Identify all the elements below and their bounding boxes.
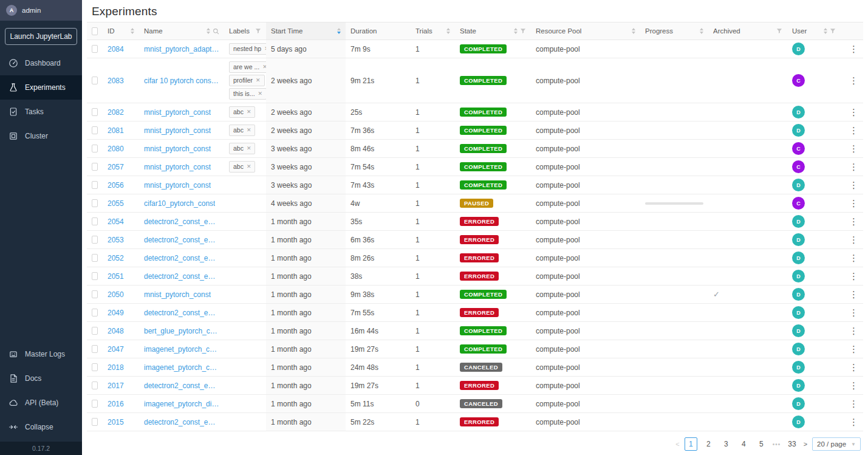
user-avatar[interactable]: D — [792, 106, 805, 118]
row-checkbox[interactable] — [92, 199, 98, 207]
launch-jupyterlab-button[interactable]: Launch JupyterLab — [5, 28, 77, 45]
page-size-select[interactable]: 20 / page▼ — [812, 437, 861, 451]
row-checkbox[interactable] — [92, 400, 98, 408]
sort-carets-icon[interactable] — [337, 28, 341, 34]
user-avatar[interactable]: D — [792, 416, 805, 428]
user-avatar[interactable]: D — [792, 397, 805, 410]
row-checkbox[interactable] — [92, 163, 98, 171]
filter-icon[interactable] — [830, 28, 836, 34]
column-header-archived[interactable]: Archived — [708, 22, 787, 39]
label-tag[interactable]: profiler✕ — [229, 75, 265, 86]
overflow-menu-icon[interactable]: ⋮ — [846, 162, 862, 173]
experiment-id-link[interactable]: 2015 — [108, 418, 124, 426]
overflow-menu-icon[interactable]: ⋮ — [846, 344, 862, 355]
row-checkbox[interactable] — [92, 108, 98, 116]
experiment-name-link[interactable]: mnist_pytorch_const — [144, 108, 211, 117]
overflow-menu-icon[interactable]: ⋮ — [846, 307, 862, 318]
label-tag[interactable]: are we ...✕ — [229, 61, 266, 73]
experiment-id-link[interactable]: 2049 — [108, 309, 124, 317]
select-all-checkbox[interactable] — [92, 27, 98, 35]
remove-label-icon[interactable]: ✕ — [256, 77, 261, 84]
experiment-name-link[interactable]: imagenet_pytorch_dist_cifar — [144, 400, 219, 408]
row-checkbox[interactable] — [92, 77, 98, 84]
sort-carets-icon[interactable] — [207, 28, 210, 34]
page-number-button[interactable]: 2 — [702, 437, 715, 451]
column-header-progress[interactable]: Progress — [640, 22, 708, 39]
user-avatar[interactable]: D — [792, 379, 805, 392]
row-checkbox[interactable] — [92, 254, 98, 262]
experiment-name-link[interactable]: imagenet_pytorch_const_cifar — [144, 363, 219, 372]
overflow-menu-icon[interactable]: ⋮ — [846, 417, 862, 428]
filter-icon[interactable] — [520, 28, 526, 34]
experiment-id-link[interactable]: 2047 — [108, 345, 124, 354]
overflow-menu-icon[interactable]: ⋮ — [846, 198, 862, 209]
overflow-menu-icon[interactable]: ⋮ — [846, 234, 862, 245]
overflow-menu-icon[interactable]: ⋮ — [846, 380, 862, 391]
sort-carets-icon[interactable] — [632, 28, 635, 34]
experiment-name-link[interactable]: imagenet_pytorch_const_cifar — [144, 345, 219, 354]
experiment-id-link[interactable]: 2052 — [108, 254, 124, 262]
user-avatar[interactable]: D — [792, 361, 805, 374]
experiment-name-link[interactable]: detectron2_const_e2e_tests — [144, 381, 219, 390]
row-checkbox[interactable] — [92, 272, 98, 280]
experiment-id-link[interactable]: 2054 — [108, 217, 124, 226]
sidebar-item-dashboard[interactable]: Dashboard — [0, 51, 82, 75]
sidebar-item-tasks[interactable]: Tasks — [0, 100, 82, 124]
experiment-name-link[interactable]: detectron2_const_e2e_tests — [144, 236, 219, 244]
experiment-name-link[interactable]: mnist_pytorch_const — [144, 181, 211, 190]
user-avatar[interactable]: C — [792, 74, 805, 87]
row-checkbox[interactable] — [92, 217, 98, 225]
label-tag[interactable]: abc✕ — [229, 106, 255, 118]
overflow-menu-icon[interactable]: ⋮ — [846, 362, 862, 373]
overflow-menu-icon[interactable]: ⋮ — [846, 399, 862, 409]
column-header-name[interactable]: Name — [139, 22, 224, 39]
user-avatar[interactable]: D — [792, 270, 805, 282]
experiment-id-link[interactable]: 2082 — [108, 108, 124, 117]
experiment-name-link[interactable]: cifar 10 pytorch const profiler — [144, 77, 219, 85]
sidebar-item-collapse[interactable]: Collapse — [0, 415, 82, 439]
overflow-menu-icon[interactable]: ⋮ — [846, 125, 862, 136]
row-checkbox[interactable] — [92, 309, 98, 316]
row-checkbox[interactable] — [92, 381, 98, 389]
sort-carets-icon[interactable] — [446, 28, 450, 34]
column-header-user[interactable]: User — [787, 22, 841, 39]
remove-label-icon[interactable]: ✕ — [247, 108, 251, 116]
user-avatar[interactable]: C — [792, 197, 805, 210]
experiment-id-link[interactable]: 2057 — [108, 163, 124, 171]
row-checkbox[interactable] — [92, 181, 98, 189]
sort-carets-icon[interactable] — [131, 28, 134, 34]
column-header-select[interactable] — [87, 22, 103, 39]
row-checkbox[interactable] — [92, 418, 98, 426]
user-avatar[interactable]: D — [792, 124, 805, 137]
page-number-button[interactable]: 3 — [720, 437, 733, 451]
column-header-id[interactable]: ID — [103, 22, 139, 39]
sidebar-item-cluster[interactable]: Cluster — [0, 124, 82, 148]
remove-label-icon[interactable]: ✕ — [247, 145, 251, 152]
sidebar-item-docs[interactable]: Docs — [0, 366, 82, 391]
label-tag[interactable]: this is...✕ — [229, 88, 266, 100]
filter-icon[interactable] — [776, 28, 782, 34]
last-page-button[interactable]: 33 — [785, 437, 798, 451]
experiment-id-link[interactable]: 2083 — [108, 77, 124, 85]
row-checkbox[interactable] — [92, 363, 98, 371]
user-avatar[interactable]: C — [792, 160, 805, 173]
label-tag[interactable]: abc✕ — [229, 161, 255, 173]
remove-label-icon[interactable]: ✕ — [247, 163, 251, 171]
experiment-name-link[interactable]: bert_glue_pytorch_const — [144, 327, 219, 335]
experiment-id-link[interactable]: 2053 — [108, 236, 124, 244]
overflow-menu-icon[interactable]: ⋮ — [846, 75, 862, 86]
sort-carets-icon[interactable] — [700, 28, 703, 34]
experiment-name-link[interactable]: detectron2_const_e2e_tests — [144, 254, 219, 262]
user-menu[interactable]: A admin — [0, 0, 82, 21]
experiment-name-link[interactable]: detectron2_const_e2e_tests — [144, 217, 219, 226]
sidebar-item-experiments[interactable]: Experiments — [0, 75, 82, 100]
overflow-menu-icon[interactable]: ⋮ — [846, 143, 862, 154]
experiment-name-link[interactable]: mnist_pytorch_const — [144, 163, 211, 171]
sidebar-item-api-beta[interactable]: API (Beta) — [0, 391, 82, 415]
row-checkbox[interactable] — [92, 45, 98, 53]
experiment-id-link[interactable]: 2084 — [108, 45, 124, 53]
experiment-id-link[interactable]: 2081 — [108, 126, 124, 135]
label-tag[interactable]: nested hp✕ — [229, 43, 266, 55]
experiment-id-link[interactable]: 2048 — [108, 327, 124, 335]
label-tag[interactable]: abc✕ — [229, 143, 255, 154]
